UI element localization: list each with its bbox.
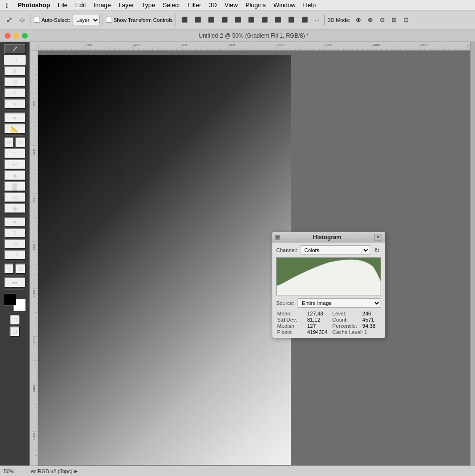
show-transform-checkbox[interactable]	[106, 17, 112, 23]
window-minimize-button[interactable]	[13, 33, 19, 39]
tool-sep-7	[5, 313, 24, 313]
gradient-tool[interactable]: ▓	[4, 181, 26, 192]
window-close-button[interactable]	[5, 33, 10, 39]
menu-help[interactable]: Help	[300, 0, 320, 10]
3d-mode-btn-1[interactable]: ⊕	[353, 14, 363, 26]
blur-tool[interactable]: ◎	[4, 192, 26, 203]
percentile-value: 94,38	[362, 323, 376, 329]
align-middle-button[interactable]: ⬛	[232, 14, 244, 26]
3d-mode-btn-2[interactable]: ⊗	[365, 14, 375, 26]
level-label: Level:	[332, 311, 361, 316]
mean-value: 127,43	[307, 311, 323, 316]
tool-sep-1	[5, 111, 24, 111]
canvas-content[interactable]: × Histogram ≡ Channel: Colors ↻	[38, 51, 470, 466]
ruler-tool[interactable]: 📐	[4, 123, 26, 134]
zoom-tool[interactable]: ⊙	[15, 263, 26, 274]
dodge-tool[interactable]: ◉	[4, 203, 26, 213]
menu-bar:  Photoshop File Edit Image Layer Type S…	[0, 0, 475, 10]
distribute-left-button[interactable]: ⬛	[259, 14, 270, 26]
shape-tool[interactable]: □	[4, 250, 26, 260]
menu-window[interactable]: Window	[270, 0, 299, 10]
menu-photoshop[interactable]: Photoshop	[14, 0, 53, 10]
type-tool[interactable]: T	[4, 228, 26, 238]
more-tools-button[interactable]: •••	[4, 277, 26, 288]
quick-mask-button[interactable]: □	[10, 315, 20, 324]
histogram-channel-select[interactable]: Colors	[300, 245, 370, 255]
histogram-refresh-button[interactable]: ↻	[372, 246, 381, 254]
crop-tool[interactable]: ⌗	[4, 88, 26, 98]
move-tool-button[interactable]: ⤢	[4, 14, 15, 26]
tool-sep-3	[5, 215, 24, 215]
align-bottom-button[interactable]: ⬛	[246, 14, 257, 26]
histogram-menu-button[interactable]: ≡	[374, 234, 382, 241]
histogram-channel-label: Channel:	[276, 247, 298, 253]
auto-select-checkbox[interactable]	[34, 17, 40, 23]
menu-layer[interactable]: Layer	[115, 0, 137, 10]
menu-edit[interactable]: Edit	[72, 0, 89, 10]
path-selection-tool[interactable]: ↗	[4, 239, 26, 249]
move-tool[interactable]: ⤢	[4, 44, 26, 54]
transform-tool-button[interactable]: ⊹	[17, 14, 28, 26]
align-top-button[interactable]: ⬛	[219, 14, 230, 26]
pencil-tool[interactable]: ✏	[15, 137, 26, 148]
menu-select[interactable]: Select	[159, 0, 183, 10]
histogram-panel: × Histogram ≡ Channel: Colors ↻	[272, 232, 385, 338]
slice-tool[interactable]: ✕	[4, 99, 26, 109]
histogram-channel-row: Channel: Colors ↻	[276, 245, 381, 255]
screen-mode-button[interactable]: ⊟	[10, 326, 20, 337]
menu-view[interactable]: View	[221, 0, 241, 10]
title-bar: Untitled-2 @ 50% (Gradient Fill 1, RGB/8…	[0, 30, 475, 42]
history-brush-tool[interactable]: ↩	[4, 159, 26, 170]
main-area: ⤢ □ ℓ ⊕ ⌗ ✕ ✒ 📐 ✏ ✏ ◻ ↩ ◈ ▓ ◎ ◉	[0, 42, 475, 466]
eraser-tool[interactable]: ◈	[4, 170, 26, 181]
histogram-stats: Mean: 127,43 Level: 246 Std Dev: 81,12	[276, 311, 381, 335]
more-align-button[interactable]: ···	[312, 14, 321, 26]
canvas-area: × Histogram ≡ Channel: Colors ↻	[30, 42, 470, 466]
distribute-right-button[interactable]: ⬛	[286, 14, 297, 26]
std-dev-label: Std Dev:	[277, 317, 306, 323]
align-right-button[interactable]: ⬛	[206, 14, 217, 26]
align-left-button[interactable]: ⬛	[179, 14, 190, 26]
marquee-tool[interactable]: □	[4, 55, 26, 65]
brush-pencil-pair: ✏ ✏	[4, 137, 26, 148]
profile-arrow: ▶	[74, 469, 78, 474]
stat-median: Median: 127	[277, 323, 328, 329]
distribute-top-button[interactable]: ⬛	[299, 14, 310, 26]
pixels-label: Pixels:	[277, 329, 306, 335]
show-transform-label: Show Transform Controls	[106, 17, 173, 23]
menu-3d[interactable]: 3D	[206, 0, 220, 10]
stat-percentile: Percentile: 94,38	[332, 323, 380, 329]
status-sep	[27, 468, 27, 475]
align-center-button[interactable]: ⬛	[192, 14, 204, 26]
3d-mode-btn-3[interactable]: ⊙	[377, 14, 387, 26]
lasso-tool[interactable]: ℓ	[4, 66, 26, 76]
quick-select-tool[interactable]: ⊕	[4, 77, 26, 87]
foreground-color-swatch[interactable]	[4, 293, 16, 305]
toolbar: ⤢ ⊹ Auto-Select: Layer Show Transform Co…	[0, 10, 475, 30]
clone-stamp-tool[interactable]: ◻	[4, 148, 26, 159]
window-maximize-button[interactable]	[22, 33, 28, 39]
histogram-source-select[interactable]: Entire Image	[298, 298, 381, 308]
layer-select[interactable]: Layer	[72, 15, 100, 25]
menu-image[interactable]: Image	[90, 0, 114, 10]
brush-tool[interactable]: ✏	[4, 137, 14, 148]
apple-icon[interactable]: 	[3, 1, 11, 10]
stat-cache-level: Cache Level: 1	[332, 329, 380, 335]
menu-filter[interactable]: Filter	[184, 0, 205, 10]
histogram-close-button[interactable]: ×	[275, 235, 280, 240]
distribute-center-button[interactable]: ⬛	[272, 14, 284, 26]
hand-tool[interactable]: ☜	[4, 263, 14, 274]
screen-mode-pair: ⊟	[10, 326, 20, 337]
3d-mode-btn-5[interactable]: ⊡	[401, 14, 411, 26]
eyedropper-tool[interactable]: ✒	[4, 112, 26, 123]
median-label: Median:	[277, 323, 306, 329]
mean-label: Mean:	[277, 311, 306, 316]
pen-tool[interactable]: ✒	[4, 217, 26, 227]
menu-plugins[interactable]: Plugins	[242, 0, 269, 10]
menu-file[interactable]: File	[54, 0, 71, 10]
3d-mode-btn-4[interactable]: ⊞	[389, 14, 399, 26]
stat-pixels: Pixels: 4194304	[277, 329, 328, 335]
menu-type[interactable]: Type	[138, 0, 158, 10]
level-value: 246	[362, 311, 371, 316]
tool-sep-6	[5, 289, 24, 290]
